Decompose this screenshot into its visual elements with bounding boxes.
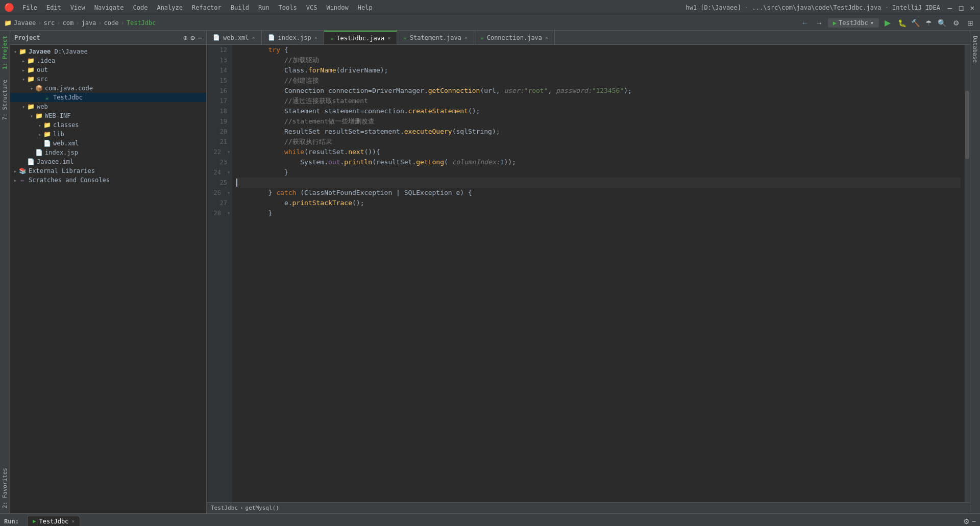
tab-close-webxml[interactable]: ✕ bbox=[252, 35, 255, 40]
line-num-17: 17 bbox=[207, 96, 232, 106]
menu-run[interactable]: Run bbox=[254, 3, 274, 12]
breadcrumb-method: getMysql() bbox=[246, 505, 279, 511]
fold-icon-28[interactable]: ▾ bbox=[227, 208, 230, 218]
tree-item-javaeeiml[interactable]: 📄 Javaee.iml bbox=[10, 157, 206, 166]
locate-icon[interactable]: ⊕ bbox=[183, 34, 187, 42]
tab-close-connection[interactable]: ✕ bbox=[545, 35, 548, 40]
run-tabs-bar: Run: ▶ TestJdbc ✕ ⚙ − bbox=[0, 514, 980, 526]
settings-button[interactable]: ⚙ bbox=[950, 17, 962, 29]
collapse-icon[interactable]: − bbox=[198, 34, 202, 42]
tree-item-extlibs[interactable]: ▸ 📚 External Libraries bbox=[10, 166, 206, 176]
fold-icon-26[interactable]: ▾ bbox=[227, 188, 230, 198]
tree-label-package: com.java.code bbox=[45, 85, 93, 92]
dropdown-icon: ▾ bbox=[870, 19, 874, 27]
tab-project[interactable]: 1: Project bbox=[0, 31, 10, 74]
menu-analyze[interactable]: Analyze bbox=[153, 3, 187, 12]
run-settings-button[interactable]: ⚙ bbox=[963, 517, 970, 525]
debug-button[interactable]: 🐛 bbox=[896, 17, 908, 29]
file-tree: ▾ 📁 Javaee D:\Javaee ▸ 📁 .idea ▸ 📁 out bbox=[10, 45, 206, 513]
tree-item-indexjsp[interactable]: 📄 index.jsp bbox=[10, 148, 206, 157]
breadcrumb-project-icon: 📁 bbox=[4, 19, 12, 27]
menu-window[interactable]: Window bbox=[322, 3, 352, 12]
code-content[interactable]: try { //加载驱动 Class.forName(driverName); … bbox=[232, 45, 965, 502]
run-tab-icon: ▶ bbox=[33, 518, 36, 524]
tree-item-webinf[interactable]: ▾ 📁 WEB-INF bbox=[10, 111, 206, 120]
back-button[interactable]: ← bbox=[799, 17, 811, 29]
tree-label-webxml: web.xml bbox=[53, 140, 79, 147]
coverage-button[interactable]: ☂ bbox=[923, 17, 934, 29]
tree-item-out[interactable]: ▸ 📁 out bbox=[10, 65, 206, 74]
run-minimize-button[interactable]: − bbox=[972, 517, 976, 525]
tree-item-testjdbc[interactable]: ☕ TestJdbc bbox=[10, 93, 206, 102]
settings-icon[interactable]: ⚙ bbox=[190, 34, 194, 42]
minimize-button[interactable]: — bbox=[946, 4, 953, 11]
code-line-12: try { bbox=[236, 45, 961, 55]
tree-item-web[interactable]: ▾ 📁 web bbox=[10, 102, 206, 111]
run-button[interactable]: ▶ bbox=[882, 17, 893, 29]
tree-item-javaee[interactable]: ▾ 📁 Javaee D:\Javaee bbox=[10, 47, 206, 56]
code-line-13: //加载驱动 bbox=[236, 55, 961, 65]
navbar: 📁 Javaee › src › com › java › code › Tes… bbox=[0, 15, 980, 31]
breadcrumb-com[interactable]: com bbox=[63, 19, 74, 27]
tab-webxml[interactable]: 📄 web.xml ✕ bbox=[207, 31, 262, 45]
tree-item-lib[interactable]: ▸ 📁 lib bbox=[10, 130, 206, 139]
tab-database[interactable]: Database bbox=[970, 31, 980, 68]
search-everywhere-button[interactable]: 🔍 bbox=[936, 17, 947, 29]
tab-icon-connection: ☕ bbox=[480, 34, 484, 41]
tab-favorites[interactable]: 2: Favorites bbox=[0, 463, 10, 513]
menu-refactor[interactable]: Refactor bbox=[188, 3, 226, 12]
project-panel: Project ⊕ ⚙ − ▾ 📁 Javaee D:\Javaee ▸ 📁 .… bbox=[10, 31, 207, 513]
tree-label-src: src bbox=[37, 76, 48, 83]
tab-close-indexjsp[interactable]: ✕ bbox=[314, 35, 317, 40]
run-tab-testjdbc[interactable]: ▶ TestJdbc ✕ bbox=[27, 516, 80, 527]
fold-icon-22[interactable]: ▾ bbox=[227, 147, 230, 157]
code-editor[interactable]: 12 13 14 15 16 17 18 19 20 21 22 ▾ 23 24… bbox=[207, 45, 970, 502]
tree-item-classes[interactable]: ▸ 📁 classes bbox=[10, 120, 206, 130]
tab-statement[interactable]: ☕ Statement.java ✕ bbox=[397, 31, 474, 45]
breadcrumb-java[interactable]: java bbox=[81, 19, 96, 27]
tree-item-webxml[interactable]: 📄 web.xml bbox=[10, 139, 206, 148]
breadcrumb-src[interactable]: src bbox=[44, 19, 55, 27]
tab-structure[interactable]: 7: Structure bbox=[0, 74, 10, 125]
breadcrumb-testjdbc[interactable]: TestJdbc bbox=[127, 19, 156, 27]
maximize-button[interactable]: □ bbox=[958, 4, 965, 11]
run-tab-close[interactable]: ✕ bbox=[71, 518, 75, 524]
tab-close-testjdbc[interactable]: ✕ bbox=[387, 35, 390, 41]
line-num-28: 28 ▾ bbox=[207, 208, 232, 218]
close-button[interactable]: ✕ bbox=[969, 4, 976, 11]
forward-button[interactable]: → bbox=[814, 17, 825, 29]
menu-build[interactable]: Build bbox=[227, 3, 253, 12]
menu-navigate[interactable]: Navigate bbox=[90, 3, 128, 12]
tree-item-src[interactable]: ▾ 📁 src bbox=[10, 74, 206, 84]
fold-icon-24[interactable]: ▾ bbox=[227, 167, 230, 178]
tab-close-statement[interactable]: ✕ bbox=[464, 35, 468, 40]
code-line-24: } bbox=[236, 167, 961, 178]
menu-vcs[interactable]: VCS bbox=[302, 3, 322, 12]
menu-tools[interactable]: Tools bbox=[275, 3, 301, 12]
breadcrumb-javaee[interactable]: Javaee bbox=[14, 19, 36, 27]
layout-button[interactable]: ⊞ bbox=[965, 17, 976, 29]
tab-connection[interactable]: ☕ Connection.java ✕ bbox=[474, 31, 555, 45]
tab-testjdbc[interactable]: ☕ TestJdbc.java ✕ bbox=[324, 31, 398, 45]
code-line-20: ResultSet resultSet=statement.executeQue… bbox=[236, 127, 961, 137]
menu-edit[interactable]: Edit bbox=[42, 3, 65, 12]
menu-help[interactable]: Help bbox=[354, 3, 377, 12]
menu-view[interactable]: View bbox=[66, 3, 89, 12]
build-button[interactable]: 🔨 bbox=[910, 17, 921, 29]
menu-code[interactable]: Code bbox=[129, 3, 152, 12]
run-config-label: TestJdbc bbox=[839, 19, 868, 27]
tree-item-package[interactable]: ▾ 📦 com.java.code bbox=[10, 84, 206, 93]
title-bar: 🔴 File Edit View Navigate Code Analyze R… bbox=[0, 0, 980, 15]
tree-item-idea[interactable]: ▸ 📁 .idea bbox=[10, 56, 206, 65]
run-config-selector[interactable]: ▶ TestJdbc ▾ bbox=[828, 18, 879, 28]
vertical-scrollbar[interactable] bbox=[965, 45, 970, 502]
line-num-22: 22 ▾ bbox=[207, 147, 232, 157]
editor-tabs-bar: 📄 web.xml ✕ 📄 index.jsp ✕ ☕ TestJdbc.jav… bbox=[207, 31, 970, 45]
scroll-thumb[interactable] bbox=[965, 91, 969, 159]
tree-item-scratches[interactable]: ▸ ✏ Scratches and Consoles bbox=[10, 176, 206, 185]
menu-file[interactable]: File bbox=[18, 3, 41, 12]
line-numbers: 12 13 14 15 16 17 18 19 20 21 22 ▾ 23 24… bbox=[207, 45, 232, 502]
tab-indexjsp[interactable]: 📄 index.jsp ✕ bbox=[262, 31, 324, 45]
xml-file-icon: 📄 bbox=[43, 139, 51, 147]
breadcrumb-code[interactable]: code bbox=[104, 19, 119, 27]
